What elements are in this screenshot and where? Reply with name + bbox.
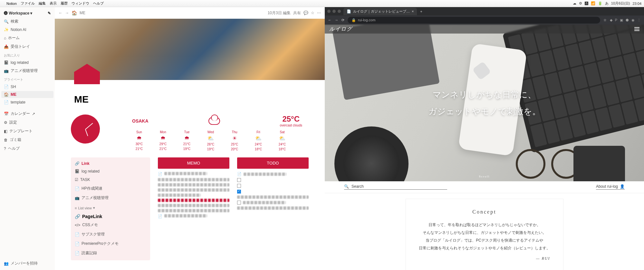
section-private: プライベート	[1, 75, 53, 83]
nav-fwd-icon[interactable]: →	[335, 18, 338, 22]
sidebar-help[interactable]: ? ヘルプ	[1, 145, 53, 153]
checkbox[interactable]	[237, 190, 241, 194]
fav-item[interactable]: 📺 アニメ視聴管理	[1, 67, 53, 75]
sidebar-trash[interactable]: 🗑 ゴミ箱	[1, 136, 53, 144]
share-button[interactable]: 共有	[293, 10, 301, 16]
browser-tabbar: 📄 ルイログ｜ガジェットレビューブ… × ＋	[325, 7, 644, 15]
page-item[interactable]: 📄 読書記録	[75, 250, 146, 256]
menu-history[interactable]: 履歴	[61, 1, 68, 6]
menubar-app[interactable]: Notion	[6, 2, 17, 5]
status-icon[interactable]: 🅰	[585, 2, 588, 5]
star-icon[interactable]: ☆	[311, 11, 314, 15]
weather-city: OSAKA	[132, 118, 149, 124]
menubar-time[interactable]: 23:04	[632, 2, 641, 5]
menu-file[interactable]: ファイル	[21, 1, 35, 6]
sub-header: 🔍 Search About rui-log 👤	[325, 181, 644, 193]
checkbox[interactable]	[237, 184, 241, 188]
webpage: ルイログ マンネリしがちな日常に、 ガジェットやモノで刺激を。 Scroll	[325, 25, 644, 270]
notion-main: ← → 🏠 ME 10月3日 編集 共有 💬 ☆ ⋯ ME OS	[55, 7, 325, 270]
link-title: 🔗 Link	[75, 161, 146, 166]
traffic-lights[interactable]	[327, 10, 341, 13]
notion-sidebar: 🅦 Workspace ▾ ✎ 🔍 検索 ✨ Notion AI ⌂ ホーム 📥…	[0, 7, 55, 270]
page-item[interactable]: 📄 サブスク管理	[75, 231, 146, 238]
page-title[interactable]: ME	[74, 94, 325, 105]
memo-button[interactable]: MEMO	[158, 157, 229, 169]
menu-view[interactable]: 表示	[50, 1, 57, 6]
link-item[interactable]: 📓 log related	[75, 168, 146, 174]
sidebar-settings[interactable]: ⚙ 設定	[1, 118, 53, 126]
link-item[interactable]: 📄 HP作成関連	[75, 185, 146, 192]
concept-block: Concept 日常って、年を取れば取るほどマンネリしがちじゃないですか。 そん…	[406, 199, 563, 270]
status-icon[interactable]: ⚙	[579, 1, 582, 5]
url-field[interactable]: 🔒rui-log.com	[348, 17, 600, 24]
memo-column: MEMO 📄 📄	[158, 157, 229, 260]
sidebar-templates[interactable]: ◧ テンプレート	[1, 127, 53, 135]
listview-toggle[interactable]: ≡ List view ▾	[75, 204, 146, 210]
weather-temp: 25°C	[280, 115, 302, 124]
forecast-row: Sun🌧30°C21°C Mon🌧29°C21°C Tue🌧21°C19°C W…	[113, 130, 309, 151]
sidebar-search[interactable]: 🔍 検索	[1, 17, 53, 25]
status-icon[interactable]: 🔋	[598, 1, 602, 5]
nav-back-icon[interactable]: ←	[59, 11, 62, 15]
menu-help[interactable]: ヘルプ	[93, 1, 104, 6]
fav-item[interactable]: 📓 log related	[1, 59, 53, 66]
sidebar-calendar[interactable]: 📅 カレンダー ↗	[1, 110, 53, 118]
link-item[interactable]: ☑ TASK	[75, 177, 146, 183]
site-header: ルイログ	[325, 25, 644, 34]
scroll-indicator: Scroll	[479, 175, 490, 178]
workspace-switcher[interactable]: 🅦 Workspace ▾ ✎	[1, 10, 53, 17]
todo-column: TODO 📄	[237, 157, 309, 260]
hamburger-icon[interactable]	[634, 27, 639, 31]
notion-window: 🅦 Workspace ▾ ✎ 🔍 検索 ✨ Notion AI ⌂ ホーム 📥…	[0, 7, 325, 270]
page-item[interactable]: 📄 PremiereProテクメモ	[75, 240, 146, 247]
menu-window[interactable]: ウィンドウ	[72, 1, 89, 6]
new-page-icon[interactable]: ✎	[48, 11, 51, 15]
new-tab-icon[interactable]: ＋	[419, 9, 423, 14]
browser-window: 📄 ルイログ｜ガジェットレビューブ… × ＋ ← → ⟳ 🔒rui-log.co…	[325, 7, 644, 270]
site-logo[interactable]: ルイログ	[329, 26, 352, 33]
cloud-icon	[208, 117, 220, 125]
status-icon[interactable]: ☁	[573, 1, 576, 5]
about-link[interactable]: About rui-log 👤	[596, 184, 625, 190]
link-item[interactable]: 📺 アニメ視聴管理	[75, 195, 146, 201]
section-favorites: お気に入り	[1, 51, 53, 58]
breadcrumb[interactable]: ME	[80, 11, 85, 15]
clock-widget	[71, 115, 100, 144]
last-edited: 10月3日 編集	[268, 10, 291, 16]
reload-icon[interactable]: ⟳	[341, 18, 344, 22]
extension-icons[interactable]: ◆P▣⬢◉⋮	[610, 18, 641, 22]
menu-edit[interactable]: 編集	[39, 1, 46, 6]
signature: — RUI	[419, 255, 550, 262]
star-icon[interactable]: ☆	[603, 18, 607, 22]
more-icon[interactable]: ⋯	[317, 11, 321, 15]
todo-button[interactable]: TODO	[237, 157, 309, 169]
checkbox[interactable]	[237, 178, 241, 182]
nav-fwd-icon[interactable]: →	[65, 11, 69, 15]
page-icon-small: 🏠	[72, 10, 77, 15]
comments-icon[interactable]: 💬	[303, 11, 308, 15]
sidebar-inbox[interactable]: 📥 受信トレイ	[1, 43, 53, 51]
macos-menubar: Notion ファイル 編集 表示 履歴 ウィンドウ ヘルプ ☁ ⚙ 🅰 📶 🔋…	[0, 0, 644, 7]
site-search[interactable]: 🔍 Search	[344, 184, 447, 190]
page-item[interactable]: </> CSSメモ	[75, 222, 146, 228]
sidebar-home[interactable]: ⌂ ホーム	[1, 34, 53, 42]
hero-text: マンネリしがちな日常に、 ガジェットやモノで刺激を。	[428, 86, 541, 120]
priv-item[interactable]: 📄 SH	[1, 83, 53, 90]
concept-title: Concept	[419, 207, 550, 217]
browser-tab[interactable]: 📄 ルイログ｜ガジェットレビューブ… ×	[343, 8, 417, 15]
priv-item-me[interactable]: 🏠 ME	[1, 91, 53, 98]
menubar-date[interactable]: 10月6日(日)	[611, 1, 630, 6]
nav-back-icon[interactable]: ←	[328, 18, 332, 22]
checkbox[interactable]	[237, 201, 241, 205]
status-icon[interactable]: 📶	[591, 1, 595, 5]
hero-section: マンネリしがちな日常に、 ガジェットやモノで刺激を。 Scroll	[325, 25, 644, 181]
weather-cond: overcast clouds	[280, 124, 302, 127]
pagelink-heading: 🔗 PageLink	[75, 214, 146, 219]
status-icon[interactable]: あ	[605, 1, 609, 6]
close-icon[interactable]: ×	[412, 9, 414, 13]
sidebar-ai[interactable]: ✨ Notion AI	[1, 26, 53, 33]
link-block: 🔗 Link 📓 log related ☑ TASK 📄 HP作成関連 📺 ア…	[71, 157, 150, 260]
weather-widget: OSAKA 25°C overcast clouds Sun🌧30°C21°C …	[71, 115, 309, 151]
sidebar-invite[interactable]: 👥 メンバーを招待	[1, 259, 53, 267]
priv-item[interactable]: 📄 template	[1, 99, 53, 106]
